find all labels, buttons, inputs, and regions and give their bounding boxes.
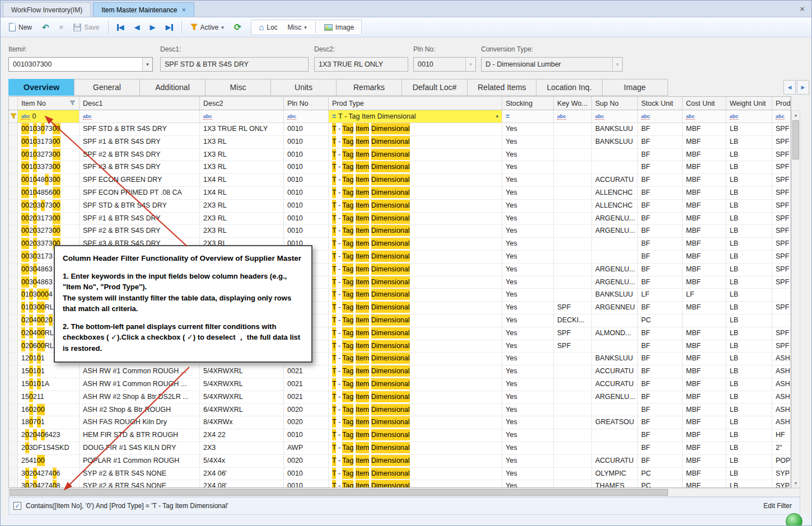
cell-prod-type[interactable]: T - Tag Item Dimensional	[329, 149, 502, 161]
cell-weight-unit[interactable]: LB	[726, 353, 772, 365]
cell-prod-cat[interactable]: SPF	[772, 276, 791, 289]
column-header-stocking[interactable]: Stocking	[502, 97, 554, 110]
cell-weight-unit[interactable]: LB	[726, 327, 772, 340]
column-header-stock-unit[interactable]: Stock Unit	[638, 97, 683, 110]
filter-input-prod-type[interactable]: = T - Tag Item Dimensional ▾	[329, 110, 502, 123]
cell-prod-cat[interactable]: HF	[772, 429, 791, 442]
table-row[interactable]: 0010307300 SPF STD & BTR S4S DRY 1X3 TRU…	[9, 123, 791, 136]
cell-stocking[interactable]: Yes	[502, 365, 554, 378]
cell-prod-type[interactable]: T - Tag Item Dimensional	[329, 174, 502, 186]
cell-stocking[interactable]: Yes	[502, 429, 554, 442]
cell-pln-no[interactable]: 0020	[284, 455, 329, 467]
filter-checkbox[interactable]: ✓	[13, 502, 21, 510]
cell-pln-no[interactable]: 0020	[284, 416, 329, 429]
cell-weight-unit[interactable]: LB	[726, 187, 772, 199]
cell-pln-no[interactable]: 0010	[284, 136, 329, 148]
cell-weight-unit[interactable]: LB	[726, 238, 772, 250]
cell-weight-unit[interactable]: LB	[726, 213, 772, 225]
column-filter-funnel-icon[interactable]	[69, 100, 76, 106]
cell-stock-unit[interactable]: BF	[638, 455, 683, 467]
cell-weight-unit[interactable]: LB	[726, 314, 772, 327]
cell-desc1[interactable]: SPF STD & BTR S4S DRY	[80, 123, 200, 135]
cell-key-words[interactable]	[554, 429, 592, 442]
item-number-dropdown-button[interactable]: ▾	[142, 58, 152, 71]
cell-prod-type[interactable]: T - Tag Item Dimensional	[329, 276, 502, 289]
cell-sup-no[interactable]: BANKSLUU	[592, 353, 638, 365]
cell-stocking[interactable]: Yes	[502, 378, 554, 391]
cell-stock-unit[interactable]: BF	[638, 174, 683, 186]
cell-sup-no[interactable]	[592, 161, 638, 173]
cell-stocking[interactable]: Yes	[502, 442, 554, 454]
cell-desc2[interactable]: 2X4 22	[200, 429, 284, 442]
cell-stock-unit[interactable]: BF	[638, 365, 683, 378]
cell-sup-no[interactable]: ARGENLU...	[592, 391, 638, 403]
cell-stock-unit[interactable]: BF	[638, 225, 683, 237]
page-tab[interactable]: Units	[270, 79, 337, 96]
cell-sup-no[interactable]: ACCURATU	[592, 455, 638, 467]
filter-input-key-words[interactable]: abc	[554, 110, 592, 123]
cell-prod-type[interactable]: T - Tag Item Dimensional	[329, 161, 502, 173]
last-record-button[interactable]: ▶	[162, 21, 177, 34]
cell-stock-unit[interactable]: BF	[638, 149, 683, 161]
cell-stock-unit[interactable]: BF	[638, 213, 683, 225]
cell-key-words[interactable]: SPF	[554, 327, 592, 340]
column-header-weight-unit[interactable]: Weight Unit	[726, 97, 772, 110]
cell-cost-unit[interactable]: MBF	[683, 365, 726, 378]
undo-button[interactable]: ↶	[38, 20, 53, 35]
cell-stock-unit[interactable]: BF	[638, 123, 683, 135]
cell-cost-unit[interactable]: MBF	[683, 225, 726, 237]
cell-item-no[interactable]: 150101	[18, 365, 80, 378]
column-header-desc2[interactable]: Desc2	[200, 97, 284, 110]
cell-sup-no[interactable]	[592, 238, 638, 250]
cell-key-words[interactable]	[554, 442, 592, 454]
table-row[interactable]: 0010337300 SPF #3 & BTR S4S DRY 1X3 RL 0…	[9, 161, 791, 174]
active-filter-dropdown[interactable]: Active ▾	[186, 21, 228, 34]
cell-sup-no[interactable]: ALLENCHC	[592, 187, 638, 199]
cell-stocking[interactable]: Yes	[502, 174, 554, 186]
cell-prod-type[interactable]: T - Tag Item Dimensional	[329, 200, 502, 212]
cell-desc1[interactable]: SPF STD & BTR S4S DRY	[80, 200, 200, 212]
cell-desc1[interactable]: SPF #1 & BTR S4S DRY	[80, 136, 200, 148]
doc-tab-item-master-maintenance[interactable]: Item Master Maintenance ×	[93, 2, 194, 17]
cell-weight-unit[interactable]: LB	[726, 302, 772, 314]
cell-weight-unit[interactable]: LB	[726, 225, 772, 237]
cell-prod-cat[interactable]: ASH	[772, 404, 791, 416]
cell-prod-cat[interactable]: POP	[772, 455, 791, 467]
cell-stock-unit[interactable]: BF	[638, 416, 683, 429]
cell-stock-unit[interactable]: PC	[638, 314, 683, 327]
cell-prod-type[interactable]: T - Tag Item Dimensional	[329, 480, 502, 487]
cell-weight-unit[interactable]: LB	[726, 161, 772, 173]
cell-cost-unit[interactable]: MBF	[683, 174, 726, 186]
cell-prod-type[interactable]: T - Tag Item Dimensional	[329, 238, 502, 250]
cell-item-no[interactable]: 254100	[18, 455, 80, 467]
cell-item-no[interactable]: 150101A	[18, 378, 80, 391]
cell-key-words[interactable]	[554, 213, 592, 225]
cell-sup-no[interactable]: ACCURATU	[592, 174, 638, 186]
cell-desc2[interactable]: 8/4XRWx	[200, 416, 284, 429]
cell-sup-no[interactable]: ALMOND...	[592, 327, 638, 340]
cell-prod-cat[interactable]: SYP	[772, 468, 791, 480]
cell-prod-type[interactable]: T - Tag Item Dimensional	[329, 289, 502, 301]
cell-pln-no[interactable]: 0021	[284, 378, 329, 391]
cell-sup-no[interactable]	[592, 429, 638, 442]
window-close-icon[interactable]: ×	[800, 4, 805, 13]
cell-cost-unit[interactable]: MBF	[683, 251, 726, 263]
vertical-scrollbar[interactable]: ▲ ▼	[791, 110, 800, 488]
cell-pln-no[interactable]: 0010	[284, 174, 329, 186]
table-row[interactable]: 3020427406 SYP #2 & BTR S4S NONE 2X4 06'…	[9, 468, 791, 481]
cell-sup-no[interactable]: ALLENCHC	[592, 200, 638, 212]
cell-desc1[interactable]: ASH RW #2 Shop & Btr DS2LR ...	[80, 391, 200, 403]
cell-prod-cat[interactable]: SPF	[772, 238, 791, 250]
cell-sup-no[interactable]	[592, 442, 638, 454]
cell-desc1[interactable]: SYP #2 & BTR S4S NONE	[80, 480, 200, 487]
cell-stock-unit[interactable]: PC	[638, 480, 683, 487]
cell-desc2[interactable]: 5/4XRWXRL	[200, 365, 284, 378]
cell-cost-unit[interactable]: MBF	[683, 429, 726, 442]
table-row[interactable]: 0010485600 SPF ECON PRIMED PT .08 CA 1X4…	[9, 187, 791, 200]
cell-stock-unit[interactable]: BF	[638, 302, 683, 314]
cell-stocking[interactable]: Yes	[502, 391, 554, 403]
cell-pln-no[interactable]: 0010	[284, 468, 329, 480]
desc2-field[interactable]: 1X3 TRUE RL ONLY	[314, 57, 408, 72]
cell-item-no[interactable]: 0010337300	[18, 161, 80, 173]
first-record-button[interactable]: ◀	[113, 21, 128, 34]
